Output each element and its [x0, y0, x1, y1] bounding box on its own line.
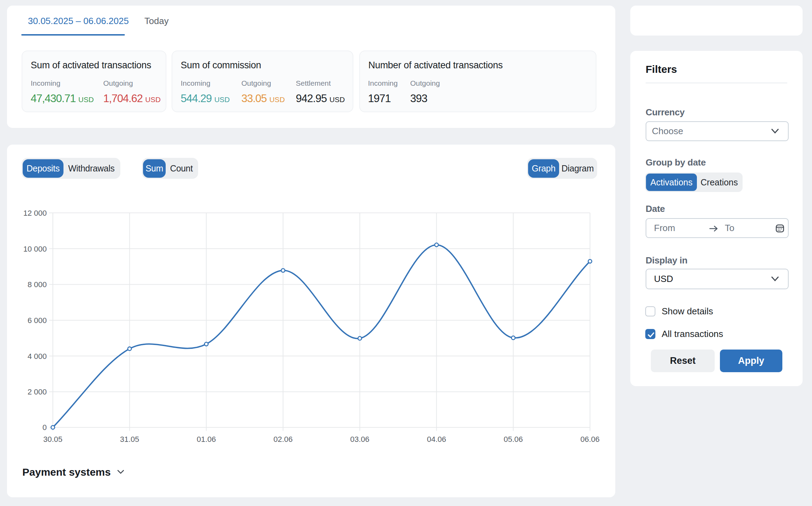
svg-text:02.06: 02.06 — [273, 435, 293, 444]
svg-text:30.05: 30.05 — [43, 435, 62, 444]
svg-text:6 000: 6 000 — [28, 316, 47, 325]
svg-text:05.06: 05.06 — [504, 435, 523, 444]
svg-text:8 000: 8 000 — [28, 280, 47, 289]
svg-text:4 000: 4 000 — [28, 352, 47, 361]
svg-text:04.06: 04.06 — [427, 435, 446, 444]
svg-text:03.06: 03.06 — [350, 435, 369, 444]
svg-text:2 000: 2 000 — [28, 388, 47, 396]
svg-text:06.06: 06.06 — [580, 435, 600, 444]
svg-text:31.05: 31.05 — [120, 435, 139, 444]
svg-text:01.06: 01.06 — [197, 435, 216, 444]
svg-text:0: 0 — [43, 423, 47, 432]
svg-text:10 000: 10 000 — [23, 245, 47, 253]
svg-text:12 000: 12 000 — [23, 209, 47, 217]
